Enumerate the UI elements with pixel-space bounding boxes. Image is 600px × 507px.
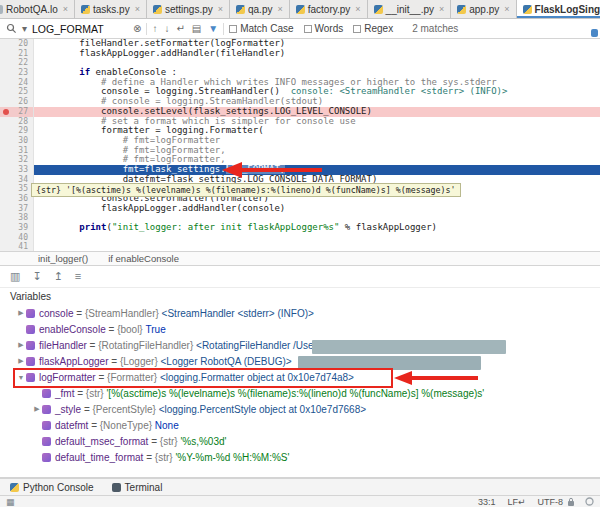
tool-tab-python-console[interactable]: Python Console: [10, 482, 94, 493]
line-number[interactable]: 28: [0, 117, 34, 127]
line-number[interactable]: 39: [0, 223, 34, 233]
line-number[interactable]: 20: [0, 39, 34, 49]
debug-toolbar: ▥↧↥≡: [0, 266, 600, 288]
line-number[interactable]: 41: [0, 242, 34, 252]
file-encoding[interactable]: UTF-8: [538, 497, 564, 507]
editor[interactable]: 20 fileHandler.setFormatter(logFormatter…: [0, 39, 600, 252]
variable-text: datefmt: [55, 420, 88, 431]
search-option[interactable]: Regex: [353, 23, 393, 34]
close-tab-icon[interactable]: ×: [63, 4, 68, 14]
editor-tab[interactable]: FlaskLogSingleton.py×: [517, 0, 600, 18]
variable-row[interactable]: default_time_format = {str} '%Y-%m-%d %H…: [0, 449, 600, 465]
code-segment: print: [79, 222, 106, 232]
close-tab-icon[interactable]: ×: [135, 4, 140, 14]
line-number[interactable]: 25: [0, 87, 34, 97]
value-tooltip: {str} '[%(asctime)s %(levelname)s %(file…: [31, 183, 461, 197]
line-number[interactable]: 22: [0, 58, 34, 68]
code-text: flaskAppLogger.addHandler(console): [34, 204, 600, 214]
editor-tab[interactable]: settings.py×: [147, 0, 230, 18]
line-number[interactable]: 34: [0, 175, 34, 185]
variable-row[interactable]: ▶fileHandler = {RotatingFileHandler} <Ro…: [0, 337, 600, 353]
caret-position[interactable]: 33:1: [478, 497, 496, 507]
close-tab-icon[interactable]: ×: [355, 4, 360, 14]
line-number[interactable]: 21: [0, 49, 34, 59]
restore-layout-icon[interactable]: ▥: [10, 271, 20, 282]
line-number[interactable]: 26: [0, 97, 34, 107]
breadcrumb-item[interactable]: if enableConsole: [108, 253, 179, 264]
python-file-icon: [236, 5, 245, 14]
evaluate-expression-icon[interactable]: ≡: [75, 271, 81, 282]
variable-row[interactable]: ▼logFormatter = {Formatter} <logging.For…: [0, 369, 600, 385]
breakpoint-icon[interactable]: [3, 109, 9, 115]
code-segment: fmt=flask_settings.: [36, 164, 226, 174]
variable-text: =: [106, 324, 117, 335]
line-number[interactable]: 29: [0, 126, 34, 136]
variable-row[interactable]: ▶_style = {PercentStyle} <logging.Percen…: [0, 401, 600, 417]
search-stripe-mark: [591, 29, 598, 37]
line-number[interactable]: 37: [0, 204, 34, 214]
editor-tab[interactable]: qa.py×: [230, 0, 290, 18]
tree-toggle-icon[interactable]: ▶: [16, 309, 26, 317]
breadcrumb-item[interactable]: init_logger(): [38, 253, 88, 264]
code-line[interactable]: 40: [0, 233, 600, 243]
close-tab-icon[interactable]: ×: [277, 4, 282, 14]
tool-tab-terminal[interactable]: Terminal: [112, 482, 163, 493]
select-all-occurrences-icon[interactable]: ▤: [192, 24, 201, 34]
variable-text: =: [143, 452, 154, 463]
tab-label: tasks.py: [93, 4, 130, 15]
line-number[interactable]: 32: [0, 155, 34, 165]
lock-icon[interactable]: [567, 497, 575, 507]
move-down-icon[interactable]: ↧: [32, 271, 41, 282]
line-number[interactable]: 40: [0, 233, 34, 243]
line-number[interactable]: 31: [0, 146, 34, 156]
variable-row[interactable]: ▶console = {StreamHandler} <StreamHandle…: [0, 305, 600, 321]
search-icon: [6, 23, 17, 34]
variable-row[interactable]: default_msec_format = {str} '%s,%03d': [0, 433, 600, 449]
editor-tab[interactable]: RobotQA.lo×: [0, 0, 75, 18]
editor-tab[interactable]: __init__.py×: [368, 0, 452, 18]
next-occurrence-icon[interactable]: ↓: [164, 24, 169, 34]
editor-tab[interactable]: factory.py×: [290, 0, 368, 18]
tree-toggle-icon[interactable]: ▼: [16, 374, 26, 381]
line-number[interactable]: 36: [0, 194, 34, 204]
close-tab-icon[interactable]: ×: [218, 4, 223, 14]
close-tab-icon[interactable]: ×: [439, 4, 444, 14]
move-up-icon[interactable]: ↥: [54, 271, 63, 282]
search-option-label: Match Case: [240, 23, 293, 34]
line-number[interactable]: 38: [0, 213, 34, 223]
close-tab-icon[interactable]: ×: [504, 4, 509, 14]
line-number[interactable]: 24: [0, 78, 34, 88]
line-number[interactable]: 27: [0, 107, 34, 117]
search-option[interactable]: Words: [304, 23, 344, 34]
previous-occurrence-icon[interactable]: ↑: [152, 24, 157, 34]
line-number[interactable]: 33: [0, 165, 34, 175]
code-line[interactable]: 37 flaskAppLogger.addHandler(console): [0, 204, 600, 214]
variable-row[interactable]: enableConsole = {bool} True: [0, 321, 600, 337]
variable-row[interactable]: _fmt = {str} '[%(asctime)s %(levelname)s…: [0, 385, 600, 401]
tree-toggle-icon[interactable]: ▶: [16, 357, 26, 365]
line-separator[interactable]: LF↵: [507, 497, 525, 507]
add-selection-icon[interactable]: ↵: [176, 24, 184, 34]
tab-label: factory.py: [308, 4, 351, 15]
code-segment: if: [79, 67, 90, 77]
tool-window-switcher-icon[interactable]: ▦: [6, 497, 15, 507]
memory-indicator-icon[interactable]: [585, 497, 594, 506]
tree-toggle-icon[interactable]: ▶: [16, 341, 26, 349]
search-history-chevron-down-icon[interactable]: ▾: [22, 24, 27, 34]
variable-row[interactable]: datefmt = {NoneType} None: [0, 417, 600, 433]
variable-text: =: [74, 388, 85, 399]
code-line[interactable]: 41: [0, 242, 600, 252]
variable-text: =: [88, 420, 99, 431]
editor-tab[interactable]: app.py×: [451, 0, 516, 18]
code-line[interactable]: 39 print("init_logger: after init flaskA…: [0, 223, 600, 233]
search-option[interactable]: Match Case: [229, 23, 293, 34]
code-line[interactable]: 21 flaskAppLogger.addHandler(fileHandler…: [0, 49, 600, 59]
filter-search-icon[interactable]: ▼: [208, 24, 218, 34]
tree-toggle-icon[interactable]: ▶: [32, 405, 42, 413]
line-number[interactable]: 35: [0, 184, 34, 194]
clear-search-icon[interactable]: ⊗: [133, 24, 141, 34]
search-input[interactable]: [32, 23, 128, 35]
line-number[interactable]: 23: [0, 68, 34, 78]
editor-tab[interactable]: tasks.py×: [75, 0, 147, 18]
line-number[interactable]: 30: [0, 136, 34, 146]
